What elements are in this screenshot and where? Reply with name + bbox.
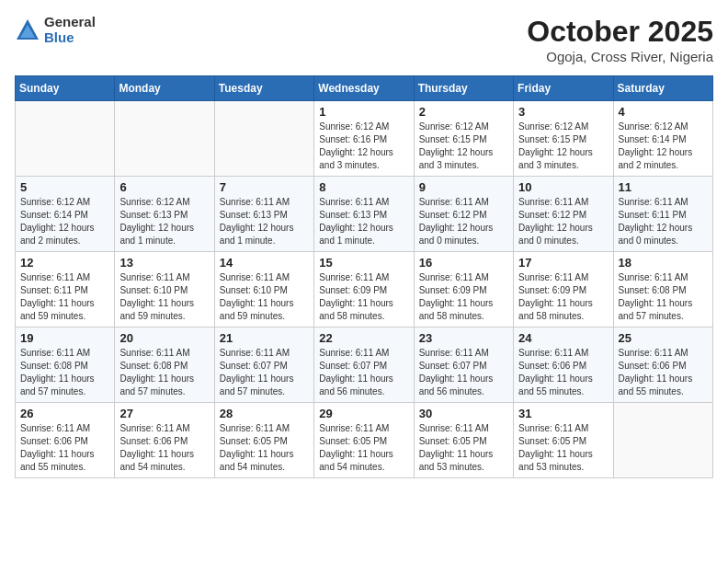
calendar-cell: 14Sunrise: 6:11 AM Sunset: 6:10 PM Dayli… (214, 252, 313, 327)
day-number: 24 (518, 331, 608, 345)
day-number: 12 (20, 256, 109, 270)
calendar-cell: 4Sunrise: 6:12 AM Sunset: 6:14 PM Daylig… (613, 101, 712, 177)
weekday-header-thursday: Thursday (414, 76, 513, 101)
day-number: 18 (619, 256, 708, 270)
day-number: 8 (319, 180, 408, 194)
calendar-cell: 31Sunrise: 6:11 AM Sunset: 6:05 PM Dayli… (514, 403, 613, 478)
calendar-cell: 20Sunrise: 6:11 AM Sunset: 6:08 PM Dayli… (115, 327, 214, 403)
calendar-cell: 3Sunrise: 6:12 AM Sunset: 6:15 PM Daylig… (514, 101, 613, 177)
day-number: 5 (20, 180, 109, 194)
weekday-header-tuesday: Tuesday (214, 76, 313, 101)
calendar-table: SundayMondayTuesdayWednesdayThursdayFrid… (15, 75, 713, 478)
day-info: Sunrise: 6:11 AM Sunset: 6:06 PM Dayligh… (518, 347, 608, 398)
day-info: Sunrise: 6:11 AM Sunset: 6:10 PM Dayligh… (220, 271, 309, 323)
calendar-cell: 24Sunrise: 6:11 AM Sunset: 6:06 PM Dayli… (514, 327, 613, 403)
page-header: General Blue October 2025 Ogoja, Cross R… (15, 15, 713, 64)
calendar-cell: 9Sunrise: 6:11 AM Sunset: 6:12 PM Daylig… (414, 177, 513, 252)
day-number: 4 (619, 105, 708, 119)
day-number: 9 (419, 180, 508, 194)
calendar-cell: 19Sunrise: 6:11 AM Sunset: 6:08 PM Dayli… (16, 327, 115, 403)
calendar-cell: 18Sunrise: 6:11 AM Sunset: 6:08 PM Dayli… (613, 252, 712, 327)
calendar-cell: 23Sunrise: 6:11 AM Sunset: 6:07 PM Dayli… (414, 327, 513, 403)
day-info: Sunrise: 6:11 AM Sunset: 6:05 PM Dayligh… (518, 422, 608, 474)
day-info: Sunrise: 6:11 AM Sunset: 6:05 PM Dayligh… (319, 422, 408, 474)
day-number: 25 (619, 331, 708, 345)
day-info: Sunrise: 6:12 AM Sunset: 6:14 PM Dayligh… (20, 196, 109, 247)
calendar-cell: 15Sunrise: 6:11 AM Sunset: 6:09 PM Dayli… (314, 252, 414, 327)
day-info: Sunrise: 6:11 AM Sunset: 6:12 PM Dayligh… (419, 196, 508, 247)
day-number: 3 (518, 105, 608, 119)
calendar-cell: 6Sunrise: 6:12 AM Sunset: 6:13 PM Daylig… (115, 177, 214, 252)
logo: General Blue (15, 15, 96, 45)
calendar-title: October 2025 (527, 15, 713, 49)
calendar-cell: 10Sunrise: 6:11 AM Sunset: 6:12 PM Dayli… (514, 177, 613, 252)
day-number: 23 (419, 331, 508, 345)
day-number: 31 (518, 407, 608, 420)
day-info: Sunrise: 6:11 AM Sunset: 6:11 PM Dayligh… (20, 271, 109, 323)
calendar-week-row: 12Sunrise: 6:11 AM Sunset: 6:11 PM Dayli… (16, 252, 713, 327)
day-number: 28 (220, 407, 309, 420)
calendar-cell (214, 101, 313, 177)
calendar-cell: 2Sunrise: 6:12 AM Sunset: 6:15 PM Daylig… (414, 101, 513, 177)
calendar-cell (115, 101, 214, 177)
day-info: Sunrise: 6:11 AM Sunset: 6:09 PM Dayligh… (419, 271, 508, 323)
day-info: Sunrise: 6:11 AM Sunset: 6:06 PM Dayligh… (20, 422, 109, 474)
day-number: 22 (319, 331, 408, 345)
day-number: 11 (619, 180, 708, 194)
day-info: Sunrise: 6:11 AM Sunset: 6:07 PM Dayligh… (319, 347, 408, 398)
calendar-cell: 17Sunrise: 6:11 AM Sunset: 6:09 PM Dayli… (514, 252, 613, 327)
day-number: 14 (220, 256, 309, 270)
day-info: Sunrise: 6:11 AM Sunset: 6:08 PM Dayligh… (619, 271, 708, 323)
calendar-week-row: 26Sunrise: 6:11 AM Sunset: 6:06 PM Dayli… (16, 403, 713, 478)
weekday-header-row: SundayMondayTuesdayWednesdayThursdayFrid… (16, 76, 713, 101)
logo-text: General Blue (44, 15, 96, 45)
calendar-cell: 1Sunrise: 6:12 AM Sunset: 6:16 PM Daylig… (314, 101, 414, 177)
weekday-header-sunday: Sunday (16, 76, 115, 101)
logo-general: General (44, 15, 96, 30)
day-number: 30 (419, 407, 508, 420)
day-info: Sunrise: 6:11 AM Sunset: 6:13 PM Dayligh… (220, 196, 309, 247)
calendar-cell: 5Sunrise: 6:12 AM Sunset: 6:14 PM Daylig… (16, 177, 115, 252)
logo-icon (15, 17, 40, 43)
day-number: 13 (119, 256, 209, 270)
calendar-cell (16, 101, 115, 177)
weekday-header-saturday: Saturday (613, 76, 712, 101)
weekday-header-friday: Friday (514, 76, 613, 101)
day-info: Sunrise: 6:11 AM Sunset: 6:07 PM Dayligh… (220, 347, 309, 398)
calendar-cell: 16Sunrise: 6:11 AM Sunset: 6:09 PM Dayli… (414, 252, 513, 327)
day-number: 16 (419, 256, 508, 270)
calendar-week-row: 19Sunrise: 6:11 AM Sunset: 6:08 PM Dayli… (16, 327, 713, 403)
day-number: 15 (319, 256, 408, 270)
calendar-cell: 8Sunrise: 6:11 AM Sunset: 6:13 PM Daylig… (314, 177, 414, 252)
day-number: 21 (220, 331, 309, 345)
calendar-cell: 21Sunrise: 6:11 AM Sunset: 6:07 PM Dayli… (214, 327, 313, 403)
day-info: Sunrise: 6:11 AM Sunset: 6:08 PM Dayligh… (119, 347, 209, 398)
day-info: Sunrise: 6:11 AM Sunset: 6:13 PM Dayligh… (319, 196, 408, 247)
title-block: October 2025 Ogoja, Cross River, Nigeria (527, 15, 713, 64)
calendar-cell: 13Sunrise: 6:11 AM Sunset: 6:10 PM Dayli… (115, 252, 214, 327)
day-info: Sunrise: 6:11 AM Sunset: 6:06 PM Dayligh… (119, 422, 209, 474)
day-number: 10 (518, 180, 608, 194)
calendar-cell: 30Sunrise: 6:11 AM Sunset: 6:05 PM Dayli… (414, 403, 513, 478)
day-info: Sunrise: 6:11 AM Sunset: 6:08 PM Dayligh… (20, 347, 109, 398)
day-info: Sunrise: 6:11 AM Sunset: 6:06 PM Dayligh… (619, 347, 708, 398)
calendar-location: Ogoja, Cross River, Nigeria (527, 49, 713, 64)
calendar-cell: 11Sunrise: 6:11 AM Sunset: 6:11 PM Dayli… (613, 177, 712, 252)
day-number: 7 (220, 180, 309, 194)
day-info: Sunrise: 6:11 AM Sunset: 6:07 PM Dayligh… (419, 347, 508, 398)
calendar-cell: 7Sunrise: 6:11 AM Sunset: 6:13 PM Daylig… (214, 177, 313, 252)
calendar-cell: 28Sunrise: 6:11 AM Sunset: 6:05 PM Dayli… (214, 403, 313, 478)
day-info: Sunrise: 6:11 AM Sunset: 6:12 PM Dayligh… (518, 196, 608, 247)
calendar-cell: 12Sunrise: 6:11 AM Sunset: 6:11 PM Dayli… (16, 252, 115, 327)
day-number: 29 (319, 407, 408, 420)
day-info: Sunrise: 6:12 AM Sunset: 6:16 PM Dayligh… (319, 121, 408, 172)
day-number: 26 (20, 407, 109, 420)
day-number: 27 (119, 407, 209, 420)
day-info: Sunrise: 6:11 AM Sunset: 6:09 PM Dayligh… (518, 271, 608, 323)
calendar-cell: 29Sunrise: 6:11 AM Sunset: 6:05 PM Dayli… (314, 403, 414, 478)
day-info: Sunrise: 6:11 AM Sunset: 6:05 PM Dayligh… (220, 422, 309, 474)
weekday-header-monday: Monday (115, 76, 214, 101)
calendar-cell: 27Sunrise: 6:11 AM Sunset: 6:06 PM Dayli… (115, 403, 214, 478)
day-number: 1 (319, 105, 408, 119)
day-number: 20 (119, 331, 209, 345)
